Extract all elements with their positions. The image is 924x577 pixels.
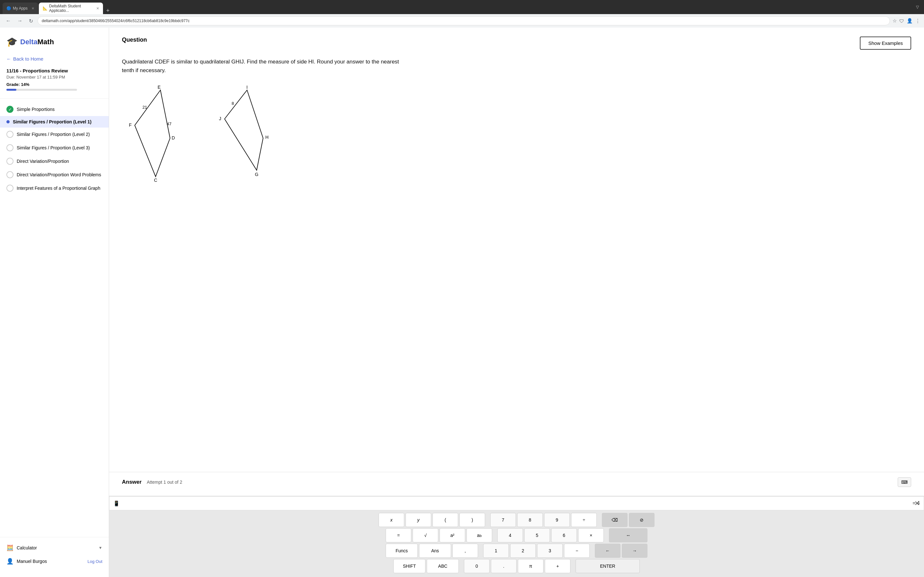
key-6[interactable]: 6	[551, 528, 577, 542]
similar-figures-3-label: Similar Figures / Proportion (Level 3)	[17, 145, 90, 150]
forward-button[interactable]: →	[15, 17, 24, 25]
similar-figures-2-label: Similar Figures / Proportion (Level 2)	[17, 132, 90, 137]
key-shift[interactable]: SHIFT	[393, 559, 425, 573]
sidebar-item-direct-variation-word[interactable]: Direct Variation/Proportion Word Problem…	[0, 168, 109, 181]
key-sqrt[interactable]: √	[413, 528, 438, 542]
calc-icon: 📱	[113, 500, 120, 506]
key-backspace[interactable]: ⌫	[602, 513, 628, 527]
key-4[interactable]: 4	[497, 528, 523, 542]
due-date: November 17 at 11:59 PM	[16, 75, 65, 79]
key-double-arrow[interactable]: ↔	[609, 528, 648, 542]
side-ij-label: 8	[232, 101, 234, 106]
key-8[interactable]: 8	[517, 513, 543, 527]
grade-label: Grade:	[6, 82, 20, 87]
direct-variation-icon	[6, 158, 13, 165]
user-name: Manuel Burgos	[17, 559, 47, 564]
back-home-link[interactable]: ← Back to Home	[0, 53, 109, 64]
key-equals[interactable]: =	[386, 528, 411, 542]
key-enter[interactable]: ENTER	[575, 559, 640, 573]
key-close-paren[interactable]: )	[459, 513, 485, 527]
key-funcs[interactable]: Funcs	[386, 544, 418, 558]
address-bar-row: ← → ↻ deltamath.com/app/student/3850466/…	[0, 14, 924, 27]
answer-label: Answer	[122, 479, 142, 485]
key-7[interactable]: 7	[490, 513, 516, 527]
due-label: Due:	[6, 75, 15, 79]
grade-line: Grade: 14%	[6, 82, 102, 87]
sidebar-item-similar-figures-2[interactable]: Similar Figures / Proportion (Level 2)	[0, 127, 109, 141]
new-tab-button[interactable]: +	[103, 7, 112, 14]
bookmark-icon[interactable]: ☆	[893, 18, 897, 24]
calculator-item[interactable]: 🧮 Calculator ▼	[0, 541, 109, 554]
key-open-paren[interactable]: (	[433, 513, 458, 527]
key-left-arrow[interactable]: ←	[595, 544, 620, 558]
side-cd-label: 47	[167, 121, 171, 126]
shield-icon: 🛡	[899, 18, 904, 24]
deltamath-tab-label: DeltaMath Student Applicatio...	[49, 4, 92, 13]
key-5[interactable]: 5	[524, 528, 550, 542]
key-1[interactable]: 1	[483, 544, 509, 558]
tab-bar: 🔵 My Apps ✕ 📐 DeltaMath Student Applicat…	[3, 0, 911, 14]
browser-minimize[interactable]: ▽	[913, 5, 921, 9]
key-minus[interactable]: −	[564, 544, 590, 558]
question-header: Question Show Examples	[122, 37, 911, 50]
vertex-c-label: C	[154, 177, 157, 183]
browser-chrome: 🔵 My Apps ✕ 📐 DeltaMath Student Applicat…	[0, 0, 924, 14]
sidebar-item-simple-proportions[interactable]: ✓ Simple Proportions	[0, 103, 109, 116]
vertex-f-label: F	[129, 122, 132, 127]
math-keyboard: 📱 = 4 ✕ x y ( ) 7 8 9 ÷	[109, 496, 924, 577]
math-input-display[interactable]	[122, 500, 910, 507]
key-divide[interactable]: ÷	[571, 513, 597, 527]
sidebar: 🎓 DeltaMath ← Back to Home 11/16 - Propo…	[0, 27, 109, 577]
vertex-h-label: H	[265, 135, 268, 140]
key-abc[interactable]: ABC	[427, 559, 459, 573]
my-apps-tab-label: My Apps	[13, 6, 27, 11]
logo-text: DeltaMath	[20, 38, 54, 46]
similar-figures-3-icon	[6, 144, 13, 151]
my-apps-tab-close[interactable]: ✕	[31, 6, 34, 11]
tab-my-apps[interactable]: 🔵 My Apps ✕	[3, 3, 38, 14]
key-power[interactable]: ab	[467, 528, 492, 542]
direct-variation-label: Direct Variation/Proportion	[17, 159, 69, 164]
close-keyboard-button[interactable]: ✕	[914, 500, 920, 507]
key-dot[interactable]: .	[491, 559, 517, 573]
key-right-arrow[interactable]: →	[622, 544, 648, 558]
sidebar-item-similar-figures-1[interactable]: Similar Figures / Proportion (Level 1)	[0, 116, 109, 127]
back-button[interactable]: ←	[4, 17, 13, 25]
key-2[interactable]: 2	[510, 544, 536, 558]
menu-icon[interactable]: ⋮	[915, 18, 920, 24]
show-examples-button[interactable]: Show Examples	[860, 37, 911, 50]
profile-icon[interactable]: 👤	[907, 18, 913, 24]
back-home-label: Back to Home	[13, 56, 43, 61]
logout-button[interactable]: Log Out	[87, 559, 102, 564]
logo-icon: 🎓	[6, 37, 18, 47]
key-multiply[interactable]: ×	[578, 528, 604, 542]
sidebar-item-direct-variation[interactable]: Direct Variation/Proportion	[0, 155, 109, 168]
key-9[interactable]: 9	[544, 513, 570, 527]
key-3[interactable]: 3	[537, 544, 563, 558]
key-no-entry[interactable]: ⊘	[629, 513, 654, 527]
svg-marker-1	[225, 90, 263, 170]
key-squared[interactable]: a²	[439, 528, 465, 542]
address-bar[interactable]: deltamath.com/app/student/3850466/255540…	[37, 16, 890, 25]
sidebar-item-similar-figures-3[interactable]: Similar Figures / Proportion (Level 3)	[0, 141, 109, 155]
key-pi[interactable]: π	[518, 559, 543, 573]
main-layout: 🎓 DeltaMath ← Back to Home 11/16 - Propo…	[0, 27, 924, 577]
key-0[interactable]: 0	[464, 559, 489, 573]
assignment-info: 11/16 - Proportions Review Due: November…	[0, 64, 109, 95]
reload-button[interactable]: ↻	[27, 17, 35, 25]
grade-value: 14%	[21, 82, 29, 87]
answer-header: Answer Attempt 1 out of 2 ⌨	[122, 477, 911, 487]
vertex-j-label: J	[219, 116, 221, 121]
key-plus[interactable]: +	[545, 559, 570, 573]
keyboard-toggle-button[interactable]: ⌨	[898, 477, 911, 487]
deltamath-tab-close[interactable]: ✕	[96, 6, 99, 11]
tab-deltamath[interactable]: 📐 DeltaMath Student Applicatio... ✕	[39, 3, 103, 14]
interpret-features-icon	[6, 185, 13, 192]
direct-variation-word-icon	[6, 171, 13, 178]
key-x[interactable]: x	[379, 513, 404, 527]
sidebar-item-interpret-features[interactable]: Interpret Features of a Proportional Gra…	[0, 181, 109, 195]
key-y[interactable]: y	[405, 513, 431, 527]
progress-bar	[6, 89, 77, 91]
key-ans[interactable]: Ans	[419, 544, 451, 558]
key-comma[interactable]: ,	[452, 544, 478, 558]
